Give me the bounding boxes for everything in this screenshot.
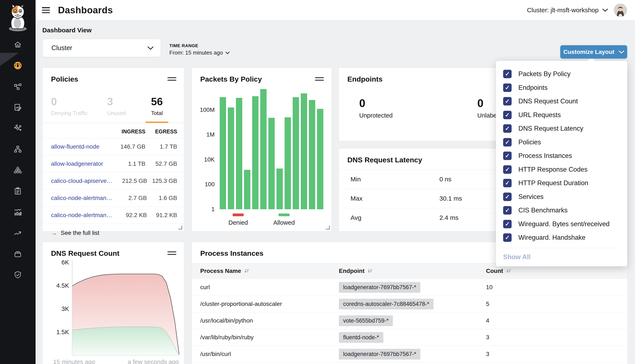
show-all-link[interactable]: Show All <box>503 248 620 261</box>
checkbox-checked-icon[interactable]: ✓ <box>503 111 512 119</box>
sidebar-item-security[interactable] <box>13 270 23 280</box>
sidebar-item-service-graph[interactable] <box>13 124 23 133</box>
process-name: curl <box>200 284 210 291</box>
column-header-count[interactable]: Count <box>486 268 511 274</box>
sidebar-item-packages[interactable] <box>13 249 23 259</box>
policies-stat-denying-traffic[interactable]: 0Denying Traffic <box>51 96 88 122</box>
legend-item-allowed[interactable]: Allowed <box>273 214 295 226</box>
menu-item-label: CIS Benchmarks <box>518 206 568 214</box>
checkbox-checked-icon[interactable]: ✓ <box>503 97 512 106</box>
drag-handle-icon[interactable] <box>167 251 176 256</box>
legend-item-denied[interactable]: Denied <box>228 214 248 226</box>
chevron-down-icon <box>147 46 153 50</box>
sidebar <box>0 0 36 364</box>
checkbox-checked-icon[interactable]: ✓ <box>503 70 512 78</box>
packets-bar-chart: 100M1M10K1001 <box>192 83 331 212</box>
endpoint-chip: loadgenerator-7697bb7567-* <box>339 282 420 293</box>
sidebar-item-statistics[interactable] <box>13 207 23 217</box>
column-header-process-name[interactable]: Process Name <box>200 268 249 274</box>
policy-link[interactable]: allow-loadgenerator <box>49 160 103 167</box>
resize-handle[interactable] <box>326 226 330 230</box>
count-value: 10 <box>486 284 493 291</box>
checkbox-checked-icon[interactable]: ✓ <box>503 233 512 242</box>
x-axis-left-label: 15 minutes ago <box>53 358 95 364</box>
drag-handle-icon[interactable] <box>167 77 176 82</box>
trends-icon <box>13 228 22 238</box>
column-header-ingress[interactable]: INGRESS <box>109 128 145 135</box>
policy-link[interactable]: calico-node-alertmana… <box>49 212 113 218</box>
process-row: /cluster-proportional-autoscalercoredns-… <box>192 296 627 312</box>
menu-item-label: HTTP Request Duration <box>518 179 588 187</box>
sidebar-item-dashboards[interactable] <box>13 61 23 70</box>
sidebar-item-home[interactable] <box>13 40 23 50</box>
policy-link[interactable]: calico-cloud-apiserver-… <box>49 178 113 184</box>
customize-menu-item[interactable]: ✓Process Instances <box>496 149 627 163</box>
customize-menu-item[interactable]: ✓Policies <box>496 136 627 149</box>
count-value: 3 <box>486 334 489 341</box>
egress-value: 52.7 GB <box>145 160 177 167</box>
checkbox-checked-icon[interactable]: ✓ <box>503 165 512 174</box>
card-title: Endpoints <box>347 75 382 83</box>
drag-handle-icon[interactable] <box>315 77 324 82</box>
ingress-value: 1.1 TB <box>109 160 145 167</box>
checkbox-checked-icon[interactable]: ✓ <box>503 206 512 214</box>
checkbox-checked-icon[interactable]: ✓ <box>503 84 512 92</box>
sort-icon <box>244 268 249 274</box>
see-full-list-link[interactable]: → See the full list <box>43 224 184 242</box>
column-header-endpoint[interactable]: Endpoint <box>339 268 372 274</box>
x-axis-right-label: a few seconds ago <box>128 358 179 364</box>
customize-menu-item[interactable]: ✓Endpoints <box>496 81 627 95</box>
checkbox-checked-icon[interactable]: ✓ <box>503 179 512 187</box>
customize-menu-item[interactable]: ✓DNS Request Count <box>496 94 627 108</box>
customize-menu-item[interactable]: ✓Wireguard. Bytes sent/received <box>496 217 627 231</box>
cluster-selector[interactable]: Cluster: jlt-msft-workshop <box>527 6 608 14</box>
user-avatar[interactable] <box>614 4 627 17</box>
policies-stat-unused[interactable]: 3Unused <box>107 96 126 122</box>
dashboard-view-select[interactable]: Cluster <box>42 39 161 57</box>
sidebar-item-trends[interactable] <box>13 228 23 238</box>
process-row: /usr/bin/kube-benchcompliance-benchmarke… <box>192 362 627 364</box>
sidebar-item-workloads[interactable] <box>13 165 23 175</box>
checkbox-checked-icon[interactable]: ✓ <box>503 138 512 146</box>
sidebar-item-policy-editor[interactable] <box>13 102 23 112</box>
customize-layout-menu: ✓Packets By Policy✓Endpoints✓DNS Request… <box>496 61 627 266</box>
chevron-down-icon <box>619 50 624 54</box>
resize-handle[interactable] <box>178 226 182 230</box>
checkbox-checked-icon[interactable]: ✓ <box>503 220 512 228</box>
view-select-value: Cluster <box>51 44 72 52</box>
arrow-right-icon: → <box>51 229 57 236</box>
checkbox-checked-icon[interactable]: ✓ <box>503 192 512 201</box>
ingress-value: 212.5 GB <box>113 178 147 184</box>
sidebar-item-compliance-reports[interactable] <box>13 186 23 196</box>
egress-value: 1.7 TB <box>145 143 177 150</box>
menu-item-label: DNS Request Latency <box>518 125 583 132</box>
customize-menu-item[interactable]: ✓HTTP Response Codes <box>496 163 627 176</box>
policy-link[interactable]: allow-fluentd-node <box>49 143 99 150</box>
sidebar-item-network-hierarchy[interactable] <box>13 144 23 154</box>
network-topology-icon <box>13 82 22 91</box>
customize-layout-button[interactable]: Customize Layout <box>560 45 627 58</box>
menu-toggle-icon[interactable] <box>42 7 50 13</box>
svg-text:1: 1 <box>211 206 215 212</box>
packets-chart-legend: DeniedAllowed <box>192 214 331 226</box>
customize-menu-item[interactable]: ✓DNS Request Latency <box>496 122 627 136</box>
sidebar-item-network-topology[interactable] <box>13 82 23 91</box>
customize-menu-item[interactable]: ✓URL Requests <box>496 108 627 122</box>
checkbox-checked-icon[interactable]: ✓ <box>503 124 512 133</box>
customize-menu-item[interactable]: ✓CIS Benchmarks <box>496 204 627 217</box>
cluster-selector-label: Cluster: jlt-msft-workshop <box>527 6 599 14</box>
column-header-egress[interactable]: EGRESS <box>145 128 177 135</box>
customize-menu-item[interactable]: ✓Services <box>496 190 627 204</box>
policies-stat-total[interactable]: 56Total <box>146 96 168 123</box>
customize-menu-item[interactable]: ✓HTTP Request Duration <box>496 176 627 190</box>
legend-swatch <box>233 214 244 216</box>
checkbox-checked-icon[interactable]: ✓ <box>503 152 512 160</box>
time-range-control[interactable]: TIME RANGE From: 15 minutes ago <box>169 43 230 56</box>
customize-menu-item[interactable]: ✓Wireguard. Handshake <box>496 231 627 244</box>
customize-menu-item[interactable]: ✓Packets By Policy <box>496 67 627 81</box>
process-row: /usr/local/bin/pythonvote-5655bd759-*4 <box>192 312 627 329</box>
menu-item-label: Wireguard. Handshake <box>518 234 585 242</box>
chevron-down-icon <box>226 52 230 54</box>
process-row: /usr/bin/curlloadgenerator-7697bb7567-*3 <box>192 346 627 362</box>
policy-link[interactable]: calico-node-alertmana… <box>49 195 113 202</box>
